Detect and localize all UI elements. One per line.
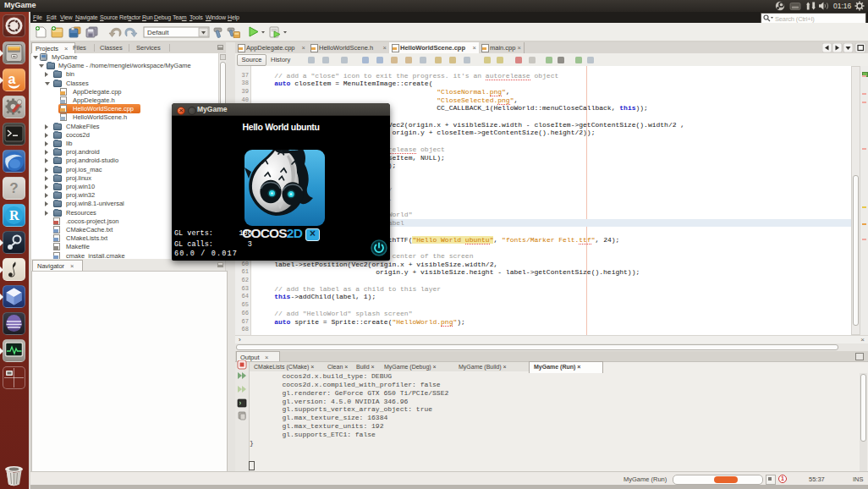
svg-text:a: a	[8, 72, 16, 86]
svg-text:Default: Default	[147, 29, 169, 36]
svg-text:R: R	[9, 208, 19, 223]
